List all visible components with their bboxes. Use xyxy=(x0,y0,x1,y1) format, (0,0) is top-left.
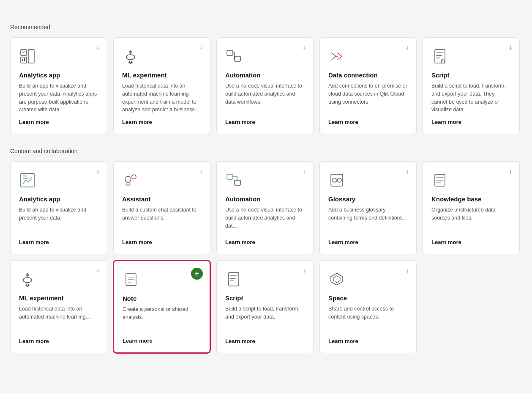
card-link-data-connection-rec[interactable]: Learn more xyxy=(328,119,408,125)
card-desc-analytics-app-rec: Build an app to visualize and present yo… xyxy=(19,82,98,114)
svg-point-18 xyxy=(337,178,341,182)
card-analytics-app-cc[interactable]: + Analytics appBuild an app to visualize… xyxy=(10,161,107,254)
card-plus-ml-experiment-rec[interactable]: + xyxy=(199,44,203,52)
card-title-knowledge-base-cc: Knowledge base xyxy=(431,195,511,203)
card-title-script-cc: Script xyxy=(225,294,305,302)
card-plus-script-cc[interactable]: + xyxy=(302,267,306,275)
card-script-cc[interactable]: + ScriptBuild a script to load, transfor… xyxy=(216,260,314,353)
card-plus-assistant-cc[interactable]: + xyxy=(199,168,203,176)
section-recommended: Recommended+ Analytics appBuild an app t… xyxy=(10,24,522,134)
card-space-cc[interactable]: + SpaceShare and control access to conte… xyxy=(319,260,417,353)
card-title-glossary-cc: Glossary xyxy=(328,195,408,203)
card-title-automation-cc: Automation xyxy=(225,195,305,203)
cards-grid-content-collab: + Analytics appBuild an app to visualize… xyxy=(10,161,522,353)
card-title-data-connection-rec: Data connection xyxy=(328,71,408,79)
card-link-ml-experiment-rec[interactable]: Learn more xyxy=(122,119,202,125)
card-title-space-cc: Space xyxy=(328,294,408,302)
card-link-space-cc[interactable]: Learn more xyxy=(328,338,408,344)
section-title-content-collab: Content and collaboration xyxy=(10,148,522,154)
svg-point-17 xyxy=(332,178,336,182)
card-icon-ml-experiment-cc xyxy=(19,271,98,289)
card-plus-script-rec[interactable]: + xyxy=(508,44,513,52)
card-plus-note-cc[interactable]: + xyxy=(191,268,203,280)
card-icon-analytics-app-cc xyxy=(19,172,98,190)
card-title-analytics-app-cc: Analytics app xyxy=(19,195,98,203)
card-assistant-cc[interactable]: + AssistantBuild a custom chat assistant… xyxy=(113,161,210,254)
card-knowledge-base-cc[interactable]: + Knowledge baseOrganize unstructured da… xyxy=(423,161,520,254)
svg-marker-25 xyxy=(333,276,340,283)
svg-rect-7 xyxy=(227,50,233,55)
card-link-script-rec[interactable]: Learn more xyxy=(431,119,511,125)
card-icon-glossary-cc xyxy=(328,172,408,190)
card-icon-ml-experiment-rec xyxy=(122,48,202,66)
card-analytics-app-rec[interactable]: + Analytics appBuild an app to visualize… xyxy=(10,37,107,134)
card-plus-space-cc[interactable]: + xyxy=(405,267,409,275)
card-link-automation-rec[interactable]: Learn more xyxy=(225,119,305,125)
card-desc-script-cc: Build a script to load, transform, and e… xyxy=(225,305,305,333)
card-script-rec[interactable]: + ScriptBuild a script to load, transfor… xyxy=(423,37,520,134)
svg-marker-24 xyxy=(331,273,343,285)
card-title-ml-experiment-cc: ML experiment xyxy=(19,294,98,302)
card-title-automation-rec: Automation xyxy=(225,71,305,79)
card-icon-knowledge-base-cc xyxy=(431,172,511,190)
card-link-ml-experiment-cc[interactable]: Learn more xyxy=(19,338,98,344)
card-ml-experiment-cc[interactable]: + ML experimentLoad historical data into… xyxy=(10,260,107,353)
card-icon-data-connection-rec xyxy=(328,48,408,66)
svg-rect-2 xyxy=(28,49,34,63)
card-data-connection-rec[interactable]: + Data connectionAdd connections to on-p… xyxy=(319,37,417,134)
card-title-assistant-cc: Assistant xyxy=(122,195,202,203)
svg-point-13 xyxy=(132,175,136,179)
card-plus-knowledge-base-cc[interactable]: + xyxy=(508,168,513,176)
svg-rect-14 xyxy=(227,174,233,179)
section-title-recommended: Recommended xyxy=(10,24,522,30)
card-automation-cc[interactable]: + AutomationUse a no-code visual interfa… xyxy=(216,161,314,254)
card-link-analytics-app-cc[interactable]: Learn more xyxy=(19,239,98,245)
card-desc-note-cc: Create a personal or shared analysis. xyxy=(123,305,201,333)
card-desc-script-rec: Build a script to load, transform, and e… xyxy=(431,82,511,114)
card-ml-experiment-rec[interactable]: + ML experimentLoad historical data into… xyxy=(113,37,210,134)
card-plus-analytics-app-cc[interactable]: + xyxy=(95,168,100,176)
svg-rect-8 xyxy=(235,56,240,61)
svg-rect-11 xyxy=(21,173,34,187)
card-link-automation-cc[interactable]: Learn more xyxy=(225,239,305,245)
card-automation-rec[interactable]: + AutomationUse a no-code visual interfa… xyxy=(216,37,314,134)
card-link-note-cc[interactable]: Learn more xyxy=(123,338,201,344)
svg-rect-3 xyxy=(22,59,23,61)
card-icon-analytics-app-rec xyxy=(19,48,98,66)
card-plus-automation-cc[interactable]: + xyxy=(302,168,306,176)
card-desc-glossary-cc: Add a business glossary containing terms… xyxy=(328,206,408,234)
svg-rect-4 xyxy=(24,58,25,61)
section-content-collab: Content and collaboration+ Analytics app… xyxy=(10,148,522,353)
card-note-cc[interactable]: + NoteCreate a personal or shared analys… xyxy=(113,260,210,353)
svg-rect-1 xyxy=(21,57,27,63)
card-title-ml-experiment-rec: ML experiment xyxy=(122,71,202,79)
svg-rect-16 xyxy=(331,174,343,186)
card-desc-data-connection-rec: Add connections to on-premise or cloud d… xyxy=(328,82,408,114)
card-desc-assistant-cc: Build a custom chat assistant to answer … xyxy=(122,206,202,234)
card-icon-automation-rec xyxy=(225,48,305,66)
card-icon-script-rec xyxy=(431,48,511,66)
svg-rect-23 xyxy=(229,272,239,286)
card-plus-glossary-cc[interactable]: + xyxy=(405,168,409,176)
svg-rect-15 xyxy=(235,180,240,185)
card-icon-assistant-cc xyxy=(122,172,202,190)
card-plus-automation-rec[interactable]: + xyxy=(302,44,306,52)
card-desc-automation-cc: Use a no-code visual interface to build … xyxy=(225,206,305,234)
card-plus-ml-experiment-cc[interactable]: + xyxy=(95,267,100,275)
card-icon-automation-cc xyxy=(225,172,305,190)
card-plus-data-connection-rec[interactable]: + xyxy=(405,44,409,52)
card-desc-ml-experiment-rec: Load historical data into an automated m… xyxy=(122,82,202,114)
card-link-analytics-app-rec[interactable]: Learn more xyxy=(19,119,98,125)
card-plus-analytics-app-rec[interactable]: + xyxy=(95,44,100,52)
card-link-knowledge-base-cc[interactable]: Learn more xyxy=(431,239,511,245)
card-link-glossary-cc[interactable]: Learn more xyxy=(328,239,408,245)
card-icon-space-cc xyxy=(328,271,408,289)
card-title-script-rec: Script xyxy=(431,71,511,79)
card-link-assistant-cc[interactable]: Learn more xyxy=(122,239,202,245)
card-title-analytics-app-rec: Analytics app xyxy=(19,71,98,79)
card-desc-knowledge-base-cc: Organize unstructured data sources and f… xyxy=(431,206,511,234)
card-glossary-cc[interactable]: + GlossaryAdd a business glossary contai… xyxy=(319,161,417,254)
card-link-script-cc[interactable]: Learn more xyxy=(225,338,305,344)
card-desc-analytics-app-cc: Build an app to visualize and present yo… xyxy=(19,206,98,234)
cards-grid-recommended: + Analytics appBuild an app to visualize… xyxy=(10,37,522,134)
